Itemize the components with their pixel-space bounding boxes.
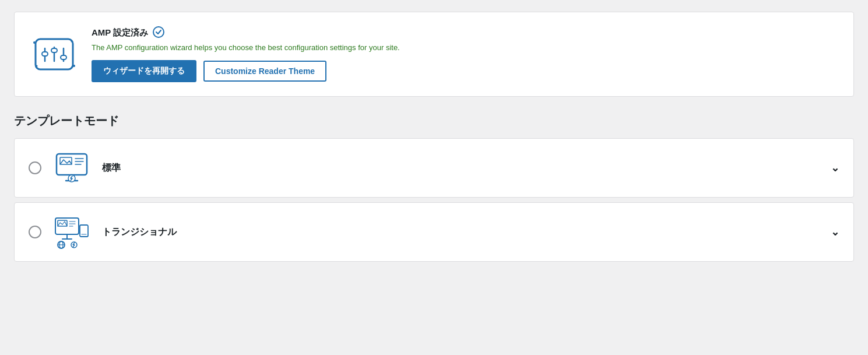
reopen-wizard-button[interactable]: ウィザードを再開する: [92, 60, 196, 82]
svg-rect-13: [60, 157, 72, 164]
svg-rect-4: [51, 48, 57, 52]
template-mode-heading: テンプレートモード: [14, 113, 854, 129]
mode-label-standard: 標準: [102, 162, 819, 174]
svg-point-7: [33, 41, 36, 44]
svg-rect-27: [80, 225, 88, 237]
mode-label-transitional: トランジショナル: [102, 226, 819, 238]
amp-status-row: AMP 設定済み: [92, 26, 837, 40]
amp-config-card: AMP 設定済み The AMP configuration wizard he…: [14, 12, 854, 97]
mode-card-transitional[interactable]: トランジショナル ⌄: [14, 202, 854, 262]
mode-radio-standard[interactable]: [29, 161, 41, 174]
svg-rect-2: [42, 52, 48, 56]
amp-status-title: AMP 設定済み: [92, 27, 148, 38]
svg-point-10: [71, 41, 73, 43]
mode-icon-standard: [53, 149, 90, 187]
svg-point-9: [36, 65, 38, 67]
amp-config-icon: [31, 31, 78, 78]
amp-content-area: AMP 設定済み The AMP configuration wizard he…: [92, 26, 837, 82]
mode-radio-transitional[interactable]: [29, 226, 41, 238]
svg-point-8: [73, 65, 75, 67]
amp-check-circle-icon: [153, 26, 164, 40]
amp-actions: ウィザードを再開する Customize Reader Theme: [92, 60, 837, 82]
svg-rect-6: [61, 55, 66, 59]
mode-icon-transitional: [53, 213, 90, 251]
chevron-down-icon-standard: ⌄: [831, 161, 839, 174]
svg-point-11: [153, 27, 164, 37]
customize-theme-button[interactable]: Customize Reader Theme: [203, 61, 326, 82]
mode-card-standard[interactable]: 標準 ⌄: [14, 138, 854, 198]
chevron-down-icon-transitional: ⌄: [831, 226, 839, 238]
amp-description-text: The AMP configuration wizard helps you c…: [92, 43, 837, 52]
